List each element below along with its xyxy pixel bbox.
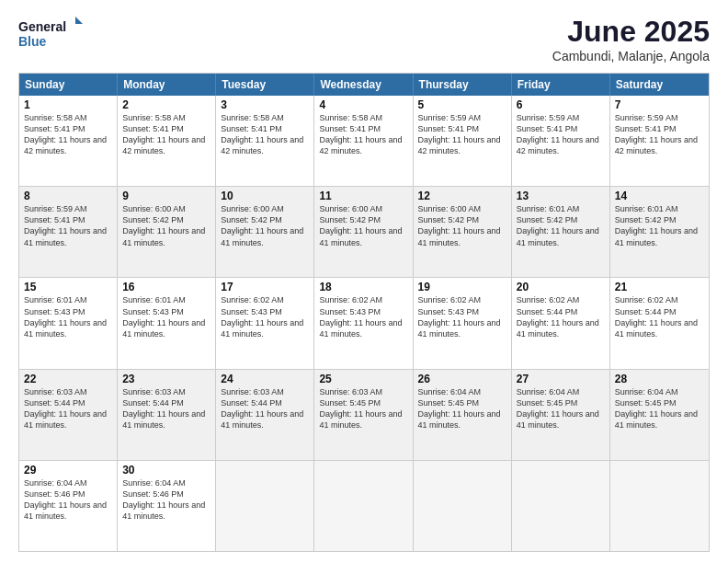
day-cell-4: 4 Sunrise: 5:58 AMSunset: 5:41 PMDayligh… [314,96,413,186]
day-cell-25: 25 Sunrise: 6:03 AMSunset: 5:45 PMDaylig… [314,370,413,460]
day-number: 4 [319,98,407,111]
day-info: Sunrise: 6:03 AMSunset: 5:44 PMDaylight:… [122,386,210,431]
day-info: Sunrise: 6:00 AMSunset: 5:42 PMDaylight:… [418,203,506,248]
day-number: 9 [122,190,210,202]
day-number: 5 [418,98,506,111]
day-cell-20: 20 Sunrise: 6:02 AMSunset: 5:44 PMDaylig… [512,278,610,368]
title-block: June 2025 Cambundi, Malanje, Angola [552,15,710,63]
day-number: 17 [221,281,309,293]
header-day-friday: Friday [512,74,610,96]
calendar-row-3: 15 Sunrise: 6:01 AMSunset: 5:43 PMDaylig… [19,277,709,368]
day-cell-14: 14 Sunrise: 6:01 AMSunset: 5:42 PMDaylig… [610,187,709,277]
svg-text:Blue: Blue [18,34,47,49]
day-info: Sunrise: 5:58 AMSunset: 5:41 PMDaylight:… [24,112,112,157]
day-number: 21 [615,281,704,293]
day-cell-19: 19 Sunrise: 6:02 AMSunset: 5:43 PMDaylig… [414,278,512,368]
day-number: 24 [221,373,309,385]
day-cell-13: 13 Sunrise: 6:01 AMSunset: 5:42 PMDaylig… [512,187,610,277]
day-cell-24: 24 Sunrise: 6:03 AMSunset: 5:44 PMDaylig… [216,370,314,460]
day-info: Sunrise: 6:03 AMSunset: 5:44 PMDaylight:… [221,386,309,431]
day-cell-1: 1 Sunrise: 5:58 AMSunset: 5:41 PMDayligh… [19,96,118,186]
day-info: Sunrise: 6:00 AMSunset: 5:42 PMDaylight:… [221,203,309,248]
day-number: 15 [24,281,112,293]
empty-cell [414,461,512,551]
page: General Blue June 2025 Cambundi, Malanje… [0,0,728,563]
day-cell-29: 29 Sunrise: 6:04 AMSunset: 5:46 PMDaylig… [19,461,118,551]
day-cell-16: 16 Sunrise: 6:01 AMSunset: 5:43 PMDaylig… [118,278,216,368]
day-number: 26 [418,373,506,385]
day-number: 22 [24,373,112,385]
day-number: 23 [122,373,210,385]
day-number: 25 [319,373,407,385]
day-cell-30: 30 Sunrise: 6:04 AMSunset: 5:46 PMDaylig… [118,461,216,551]
calendar: SundayMondayTuesdayWednesdayThursdayFrid… [18,73,710,552]
day-cell-22: 22 Sunrise: 6:03 AMSunset: 5:44 PMDaylig… [19,370,118,460]
day-cell-12: 12 Sunrise: 6:00 AMSunset: 5:42 PMDaylig… [414,187,512,277]
empty-cell [314,461,413,551]
day-number: 29 [24,464,112,477]
day-number: 16 [122,281,210,293]
day-cell-3: 3 Sunrise: 5:58 AMSunset: 5:41 PMDayligh… [216,96,314,186]
logo-svg: General Blue [18,15,83,55]
day-info: Sunrise: 6:02 AMSunset: 5:44 PMDaylight:… [615,294,704,339]
logo: General Blue [18,15,83,55]
day-cell-27: 27 Sunrise: 6:04 AMSunset: 5:45 PMDaylig… [512,370,610,460]
day-cell-21: 21 Sunrise: 6:02 AMSunset: 5:44 PMDaylig… [610,278,709,368]
day-info: Sunrise: 6:01 AMSunset: 5:42 PMDaylight:… [517,203,605,248]
day-number: 11 [319,190,407,202]
day-cell-5: 5 Sunrise: 5:59 AMSunset: 5:41 PMDayligh… [414,96,512,186]
empty-cell [216,461,314,551]
day-info: Sunrise: 6:04 AMSunset: 5:45 PMDaylight:… [517,386,605,431]
header-day-saturday: Saturday [610,74,709,96]
day-number: 8 [24,190,112,202]
header-day-monday: Monday [118,74,216,96]
day-info: Sunrise: 5:59 AMSunset: 5:41 PMDaylight:… [615,112,704,157]
day-cell-15: 15 Sunrise: 6:01 AMSunset: 5:43 PMDaylig… [19,278,118,368]
day-info: Sunrise: 6:02 AMSunset: 5:44 PMDaylight:… [517,294,605,339]
empty-cell [610,461,709,551]
calendar-row-5: 29 Sunrise: 6:04 AMSunset: 5:46 PMDaylig… [19,460,709,551]
day-info: Sunrise: 6:04 AMSunset: 5:46 PMDaylight:… [24,477,112,523]
calendar-body: 1 Sunrise: 5:58 AMSunset: 5:41 PMDayligh… [19,96,709,551]
day-number: 19 [418,281,506,293]
day-info: Sunrise: 6:04 AMSunset: 5:45 PMDaylight:… [418,386,506,431]
day-info: Sunrise: 6:02 AMSunset: 5:43 PMDaylight:… [418,294,506,339]
calendar-header: SundayMondayTuesdayWednesdayThursdayFrid… [19,74,709,96]
svg-text:General: General [18,19,66,34]
day-info: Sunrise: 6:01 AMSunset: 5:43 PMDaylight:… [24,294,112,339]
svg-marker-1 [75,17,83,24]
day-info: Sunrise: 6:02 AMSunset: 5:43 PMDaylight:… [319,294,407,339]
header-day-thursday: Thursday [414,74,512,96]
day-info: Sunrise: 6:00 AMSunset: 5:42 PMDaylight:… [319,203,407,248]
calendar-row-1: 1 Sunrise: 5:58 AMSunset: 5:41 PMDayligh… [19,96,709,186]
day-number: 13 [517,190,605,202]
day-cell-6: 6 Sunrise: 5:59 AMSunset: 5:41 PMDayligh… [512,96,610,186]
day-cell-9: 9 Sunrise: 6:00 AMSunset: 5:42 PMDayligh… [118,187,216,277]
empty-cell [512,461,610,551]
day-number: 27 [517,373,605,385]
header-day-sunday: Sunday [19,74,118,96]
day-info: Sunrise: 5:58 AMSunset: 5:41 PMDaylight:… [221,112,309,157]
day-cell-11: 11 Sunrise: 6:00 AMSunset: 5:42 PMDaylig… [314,187,413,277]
day-number: 12 [418,190,506,202]
day-info: Sunrise: 5:59 AMSunset: 5:41 PMDaylight:… [517,112,605,157]
day-info: Sunrise: 6:03 AMSunset: 5:45 PMDaylight:… [319,386,407,431]
day-number: 6 [517,98,605,111]
day-cell-28: 28 Sunrise: 6:04 AMSunset: 5:45 PMDaylig… [610,370,709,460]
day-cell-18: 18 Sunrise: 6:02 AMSunset: 5:43 PMDaylig… [314,278,413,368]
day-cell-2: 2 Sunrise: 5:58 AMSunset: 5:41 PMDayligh… [118,96,216,186]
main-title: June 2025 [552,15,710,49]
day-cell-26: 26 Sunrise: 6:04 AMSunset: 5:45 PMDaylig… [414,370,512,460]
day-info: Sunrise: 6:04 AMSunset: 5:46 PMDaylight:… [122,477,210,523]
day-info: Sunrise: 5:58 AMSunset: 5:41 PMDaylight:… [122,112,210,157]
calendar-row-4: 22 Sunrise: 6:03 AMSunset: 5:44 PMDaylig… [19,369,709,460]
day-info: Sunrise: 5:59 AMSunset: 5:41 PMDaylight:… [418,112,506,157]
day-cell-8: 8 Sunrise: 5:59 AMSunset: 5:41 PMDayligh… [19,187,118,277]
day-number: 1 [24,98,112,111]
day-number: 2 [122,98,210,111]
day-number: 14 [615,190,704,202]
day-number: 18 [319,281,407,293]
day-info: Sunrise: 6:00 AMSunset: 5:42 PMDaylight:… [122,203,210,248]
day-number: 3 [221,98,309,111]
day-number: 20 [517,281,605,293]
